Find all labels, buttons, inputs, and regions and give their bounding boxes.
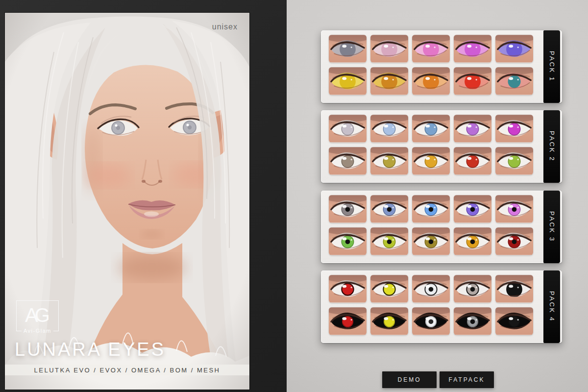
brand-name: Avi-Glam [24,328,51,334]
pack-tab-label: PACK 3 [548,211,556,242]
eye-swatch-chartreuse [370,227,408,255]
pack-panel-4: PACK 4 [321,270,562,343]
eye-swatch-ash-gray [329,35,367,63]
eye-swatch-teal-on-rose [495,67,533,95]
eye-swatch-full-blackout [495,307,533,335]
eye-swatch-amber [370,67,408,95]
pack-display-area: PACK 1 [287,0,588,392]
eye-swatch-olive-hazel [412,227,450,255]
eye-swatch-amber-gold [454,227,491,255]
eye-swatch-red-blackout [329,307,367,335]
eye-swatch-orchid [454,115,491,143]
left-poster-panel: unisex AG Avi-Glam LUNARA EYES LELUTKA E… [0,0,287,392]
eye-swatch-yellow [329,67,367,95]
eye-swatch-golden-yellow [412,147,450,175]
eye-swatch-silver-white [412,275,450,303]
audience-tag: unisex [212,23,238,31]
eye-swatch-gray [329,195,367,223]
eye-swatch-violet [454,195,491,223]
eye-swatch-red [454,67,491,95]
eye-swatch-light-blue [370,115,408,143]
eye-swatch-gray-blackout [454,307,491,335]
fatpack-button[interactable]: FATPACK [440,371,494,388]
brand-logo: AG Avi-Glam [16,300,59,331]
eye-swatch-lime-green [495,147,533,175]
pack-swatch-grid [329,275,533,335]
pack-tab: PACK 2 [543,110,560,183]
eye-swatch-pale-pink [370,35,408,63]
eye-swatch-pink [412,35,450,63]
eye-swatch-yellow [370,275,408,303]
demo-button[interactable]: DEMO [382,371,437,388]
eye-swatch-slate-blue [370,195,408,223]
eye-swatch-sky-blue [412,195,450,223]
eye-swatch-orange [412,67,450,95]
eye-swatch-black [495,275,533,303]
eye-swatch-green [329,227,367,255]
pack-swatch-grid [329,195,533,255]
eye-swatch-gray-taupe [454,275,491,303]
eye-swatch-steel-blue [412,115,450,143]
eye-swatch-magenta [495,115,533,143]
eye-swatch-dark-red [495,227,533,255]
eye-swatch-yellow-blackout [370,307,408,335]
eye-swatch-white-blackout [412,307,450,335]
eye-swatch-olive-gold [370,147,408,175]
pack-swatch-grid [329,35,533,95]
product-title: LUNARA EYES [15,339,166,360]
model-portrait: unisex AG Avi-Glam LUNARA EYES LELUTKA E… [5,13,249,390]
eye-swatch-red [329,275,367,303]
pack-swatch-grid [329,115,533,175]
compatibility-band: LELUTKA EVO / EVOX / OMEGA / BOM / MESH [5,365,249,375]
product-ad: unisex AG Avi-Glam LUNARA EYES LELUTKA E… [0,0,588,392]
pack-tab-label: PACK 2 [548,131,556,162]
eye-swatch-violet [495,35,533,63]
eye-swatch-crimson [454,147,491,175]
pack-tab-label: PACK 1 [548,51,556,82]
brand-logo-bottom: Avi-Glam [16,328,59,334]
logo-border-line [16,331,22,331]
logo-border-line [53,331,59,331]
pack-panel-1: PACK 1 [321,30,562,103]
pack-tab: PACK 4 [543,270,560,343]
brand-monogram: AG [17,301,58,329]
pack-tab: PACK 3 [543,191,560,263]
eye-swatch-lavender-gray [329,115,367,143]
eye-swatch-taupe-brown [329,147,367,175]
pack-panel-2: PACK 2 [321,110,562,183]
pack-tab-label: PACK 4 [548,291,556,322]
pack-panel-3: PACK 3 [321,191,562,263]
eye-swatch-magenta [454,35,491,63]
pack-tab: PACK 1 [543,30,560,103]
eye-swatch-orchid-pink [495,195,533,223]
